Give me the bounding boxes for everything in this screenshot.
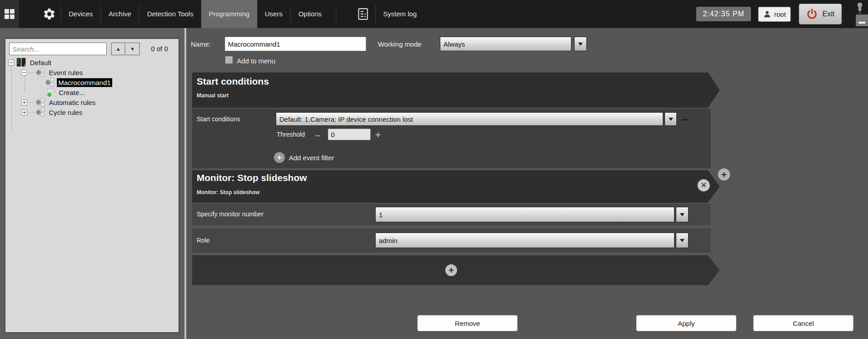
add-event-filter-plus-icon[interactable]: + <box>274 152 285 163</box>
role-row: Role admin <box>192 228 711 253</box>
tree-connector <box>29 102 33 103</box>
add-event-filter-label[interactable]: Add event filter <box>289 154 334 162</box>
add-section-plus-button[interactable]: + <box>445 264 457 276</box>
tree-item-default[interactable]: Default <box>8 58 53 67</box>
app-grid-menu-button[interactable] <box>0 0 19 28</box>
remove-button[interactable]: Remove <box>417 315 518 331</box>
close-action-button[interactable]: ✕ <box>698 179 710 191</box>
tree-item-event-rules[interactable]: Event rules <box>21 68 84 77</box>
rule-node-icon <box>35 98 46 107</box>
clock-display: 2:42:35 PM <box>696 7 751 21</box>
monitor-number-label: Specify monitor number <box>197 210 264 218</box>
monitor-number-dropdown[interactable]: 1 <box>375 207 675 222</box>
add-section-band: + <box>192 255 720 285</box>
object-tree-panel: ▲ ▼ 0 of 0 Default <box>5 38 179 333</box>
system-log-icon[interactable] <box>356 0 370 28</box>
create-plus-icon <box>46 88 56 97</box>
tab-detection-tools[interactable]: Detection Tools <box>139 0 201 28</box>
divider <box>336 5 336 23</box>
monitor-number-row: Specify monitor number 1 <box>192 204 711 225</box>
tree-connector <box>29 112 33 113</box>
section-subtitle: Manual start <box>197 92 229 99</box>
tree-item-automatic-rules[interactable]: Automatic rules <box>21 98 97 107</box>
search-input[interactable] <box>9 43 107 55</box>
add-to-menu-label: Add to menu <box>237 57 275 65</box>
collapse-toggle-icon[interactable] <box>8 60 14 66</box>
search-prev-button[interactable]: ▲ <box>111 43 125 55</box>
tree-item-macrocommand1[interactable]: Macrocommand1 <box>44 78 112 87</box>
tab-users[interactable]: Users <box>257 0 290 28</box>
user-name: root <box>774 10 786 18</box>
tree-item-label: Automatic rules <box>47 98 97 107</box>
settings-gear-button[interactable] <box>42 6 57 22</box>
expand-toggle-icon[interactable] <box>21 100 27 105</box>
tree-item-label: Event rules <box>47 68 84 77</box>
event-condition-dropdown-arrow[interactable] <box>665 112 677 126</box>
pin-icon[interactable] <box>856 2 864 14</box>
tree-item-create[interactable]: Create... <box>46 88 86 97</box>
exit-label: Exit <box>822 10 835 18</box>
tree-item-label-selected: Macrocommand1 <box>57 78 112 87</box>
name-input[interactable] <box>225 37 366 51</box>
tree-connector <box>24 74 25 92</box>
working-mode-dropdown-arrow[interactable] <box>574 37 587 51</box>
role-label: Role <box>197 237 210 244</box>
minimize-dash-icon <box>859 22 865 24</box>
threshold-input[interactable] <box>328 129 371 140</box>
cancel-button[interactable]: Cancel <box>753 315 854 331</box>
collapse-handle[interactable] <box>856 14 868 26</box>
tab-programming[interactable]: Programming <box>201 0 257 28</box>
remove-condition-button[interactable]: – <box>681 117 688 121</box>
working-mode-dropdown[interactable]: Always <box>440 37 571 51</box>
grid-icon <box>5 9 14 19</box>
power-icon <box>806 8 818 20</box>
search-match-counter: 0 of 0 <box>151 45 168 53</box>
name-field-label: Name: <box>191 40 211 48</box>
application-window: Devices Archive Detection Tools Programm… <box>0 0 868 339</box>
search-next-button[interactable]: ▼ <box>126 43 140 55</box>
user-icon <box>763 10 771 18</box>
tree-connector <box>29 72 33 73</box>
start-conditions-row-label: Start conditions <box>197 115 241 123</box>
server-icon <box>16 57 27 67</box>
tree-connector <box>11 64 12 130</box>
section-title: Start conditions <box>197 76 269 87</box>
start-conditions-body: Start conditions Default: 1.Camera: IP d… <box>192 109 711 168</box>
tree-item-cycle-rules[interactable]: Cycle rules <box>21 108 84 117</box>
event-condition-dropdown[interactable]: Default: 1.Camera: IP device connection … <box>276 112 663 126</box>
role-dropdown-arrow[interactable] <box>676 233 689 248</box>
user-button[interactable]: root <box>758 7 791 22</box>
collapse-toggle-icon[interactable] <box>21 70 27 76</box>
working-mode-label: Working mode <box>378 40 421 48</box>
gear-icon <box>42 7 56 21</box>
top-navigation-bar: Devices Archive Detection Tools Programm… <box>0 0 868 28</box>
action-section-header: Monitor: Stop slideshow Monitor: Stop sl… <box>192 170 720 203</box>
panel-splitter[interactable] <box>184 28 186 339</box>
rule-node-icon <box>44 78 55 87</box>
apply-button[interactable]: Apply <box>636 315 736 331</box>
action-title: Monitor: Stop slideshow <box>197 172 307 183</box>
tree-item-label: Create... <box>57 88 86 97</box>
start-conditions-section-header: Start conditions Manual start <box>192 72 720 108</box>
add-to-menu-checkbox[interactable] <box>225 56 233 64</box>
role-dropdown[interactable]: admin <box>375 233 675 248</box>
expand-toggle-icon[interactable] <box>21 110 27 115</box>
threshold-label: Threshold <box>277 131 305 138</box>
tab-devices[interactable]: Devices <box>61 0 100 28</box>
rule-node-icon <box>35 68 46 77</box>
monitor-number-dropdown-arrow[interactable] <box>676 207 689 222</box>
exit-button[interactable]: Exit <box>799 4 842 24</box>
system-log-button[interactable]: System log <box>376 0 425 28</box>
tab-archive[interactable]: Archive <box>101 0 139 28</box>
tab-options[interactable]: Options <box>291 0 330 28</box>
threshold-increase-button[interactable]: + <box>375 133 381 137</box>
tree-item-label: Default <box>28 58 53 67</box>
action-subtitle: Monitor: Stop slideshow <box>197 189 259 196</box>
rule-node-icon <box>35 108 46 117</box>
threshold-decrease-button[interactable]: – <box>315 133 321 137</box>
tree-item-label: Cycle rules <box>47 108 84 117</box>
add-action-button[interactable]: + <box>718 168 730 181</box>
